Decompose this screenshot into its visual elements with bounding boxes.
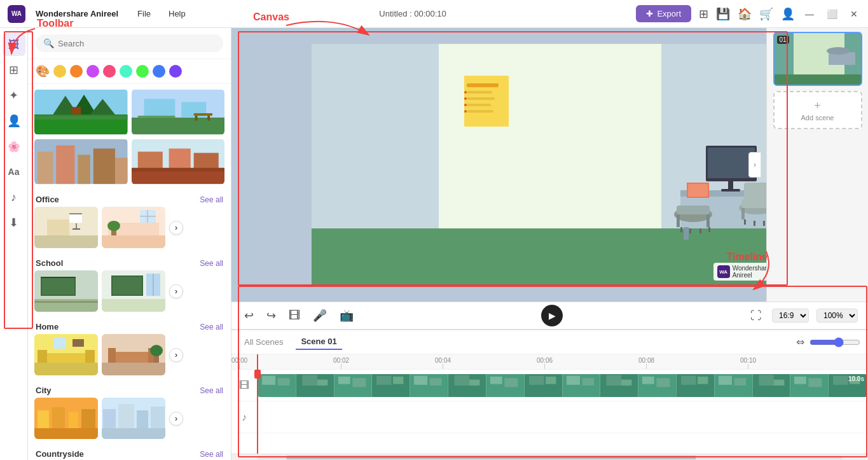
export-button[interactable]: ✚ Export <box>636 5 691 22</box>
svg-rect-173 <box>773 379 783 385</box>
video-clip[interactable]: 10.0s <box>258 374 867 397</box>
fit-timeline-button[interactable]: ⇔ <box>796 336 804 348</box>
cart-icon[interactable]: 🛒 <box>759 7 773 21</box>
tab-scene-01[interactable]: Scene 01 <box>296 334 341 350</box>
timeline-tracks: 00:00 00:02 00:04 00:06 <box>231 354 868 454</box>
sidebar-item-download[interactable]: ⬇ <box>3 211 25 234</box>
templates-icon[interactable]: ⊞ <box>699 7 708 21</box>
office-thumb-1[interactable] <box>34 207 98 248</box>
school-thumb-2[interactable] <box>102 270 165 312</box>
home-icon[interactable]: 🏠 <box>738 7 752 21</box>
school-thumb-1[interactable] <box>34 270 98 312</box>
fullscreen-button[interactable]: ⛶ <box>748 307 764 325</box>
svg-rect-110 <box>706 214 710 227</box>
account-icon[interactable]: 👤 <box>781 7 795 21</box>
svg-rect-57 <box>38 350 47 363</box>
color-yellow[interactable] <box>53 65 66 78</box>
svg-rect-47 <box>34 301 98 303</box>
scene-nav-arrow[interactable]: › <box>748 152 761 178</box>
video-track-content: 10.0s <box>257 374 868 397</box>
topbar: WA Wondershare Anireel File Help Untitle… <box>0 0 868 28</box>
sidebar-item-characters[interactable]: 👤 <box>3 109 25 132</box>
svg-rect-145 <box>414 375 427 384</box>
countryside-see-all[interactable]: See all <box>200 450 223 459</box>
svg-rect-46 <box>42 278 74 295</box>
sidebar-item-templates[interactable]: ⊞ <box>3 59 25 81</box>
school-next-arrow[interactable]: › <box>169 284 183 298</box>
search-input[interactable] <box>58 39 216 48</box>
close-button[interactable]: ✕ <box>848 9 860 19</box>
countryside-title: Countryside <box>36 449 84 459</box>
add-scene-button[interactable]: + Add scene <box>773 91 862 129</box>
sidebar-item-music[interactable]: ♪ <box>3 186 25 209</box>
zoom-slider[interactable] <box>809 337 860 347</box>
city-thumb-2[interactable] <box>102 398 165 439</box>
home-thumb-1[interactable] <box>34 334 98 375</box>
city-thumb-1[interactable] <box>34 398 98 439</box>
scene-thumb-1[interactable]: 01 <box>773 32 862 86</box>
clip-frame <box>448 374 486 397</box>
svg-rect-30 <box>69 213 82 223</box>
city-next-arrow[interactable]: › <box>169 412 183 426</box>
color-purple[interactable] <box>86 65 99 78</box>
svg-rect-9 <box>144 99 175 117</box>
canvas-stage[interactable]: WA WondershareAnireel ✕ <box>312 44 789 286</box>
svg-rect-160 <box>607 375 622 385</box>
horizontal-scrollbar[interactable] <box>231 454 868 460</box>
menu-help[interactable]: Help <box>165 9 189 18</box>
svg-rect-117 <box>741 208 745 220</box>
home-thumb-2[interactable] <box>102 334 165 375</box>
sidebar-item-effects[interactable]: ✦ <box>3 84 25 107</box>
featured-bg-4[interactable] <box>132 139 225 185</box>
undo-button[interactable]: ↩ <box>242 306 256 325</box>
redo-button[interactable]: ↪ <box>264 306 279 325</box>
clip-frames <box>258 374 867 397</box>
menu-file[interactable]: File <box>134 9 155 18</box>
svg-rect-70 <box>38 410 49 428</box>
svg-rect-20 <box>115 158 128 184</box>
palette-icon[interactable]: 🎨 <box>36 64 50 78</box>
featured-bg-3[interactable] <box>34 139 128 185</box>
minimize-button[interactable]: — <box>803 9 816 19</box>
color-green[interactable] <box>136 65 149 78</box>
office-see-all[interactable]: See all <box>200 195 223 204</box>
timeline-header-right: ⇔ <box>796 336 860 348</box>
svg-rect-92 <box>464 97 467 100</box>
screen-record-button[interactable]: 📺 <box>337 306 356 325</box>
play-button[interactable]: ▶ <box>541 305 563 326</box>
svg-rect-121 <box>763 221 765 226</box>
clip-frame <box>715 374 753 397</box>
school-see-all[interactable]: See all <box>200 259 223 268</box>
featured-bg-1[interactable] <box>34 89 128 135</box>
save-icon[interactable]: 💾 <box>716 7 730 21</box>
sidebar-item-stickers[interactable]: 🌸 <box>3 135 25 158</box>
featured-grid <box>28 89 231 191</box>
svg-rect-86 <box>439 44 661 228</box>
mic-button[interactable]: 🎤 <box>310 306 329 325</box>
ruler-tick-1: 00:02 <box>333 357 349 369</box>
color-blue[interactable] <box>153 65 165 78</box>
office-next-arrow[interactable]: › <box>169 221 183 235</box>
timeline-playhead[interactable] <box>257 354 258 454</box>
office-thumb-2[interactable] <box>102 207 165 248</box>
color-teal[interactable] <box>120 65 132 78</box>
sidebar-item-backgrounds[interactable]: 🖼 <box>3 33 25 56</box>
right-area: WA WondershareAnireel ✕ 01 <box>231 28 868 460</box>
featured-bg-2[interactable] <box>132 89 225 135</box>
city-see-all[interactable]: See all <box>200 386 223 395</box>
color-orange[interactable] <box>70 65 83 78</box>
color-pink[interactable] <box>103 65 116 78</box>
sidebar-item-text[interactable]: Aa <box>3 160 25 183</box>
aspect-ratio-select[interactable]: 16:9 4:3 1:1 <box>772 309 809 323</box>
home-next-arrow[interactable]: › <box>169 348 183 362</box>
maximize-button[interactable]: ⬜ <box>824 9 840 19</box>
scrollbar-thumb[interactable] <box>286 456 696 459</box>
svg-rect-35 <box>102 235 165 248</box>
tab-all-scenes[interactable]: All Scenes <box>239 335 288 349</box>
zoom-select[interactable]: 50% 75% 100% 125% 150% <box>816 309 858 323</box>
home-see-all[interactable]: See all <box>200 323 223 331</box>
color-violet[interactable] <box>169 65 182 78</box>
animation-button[interactable]: 🎞 <box>286 307 303 325</box>
svg-rect-161 <box>621 379 631 385</box>
svg-rect-163 <box>642 376 654 384</box>
